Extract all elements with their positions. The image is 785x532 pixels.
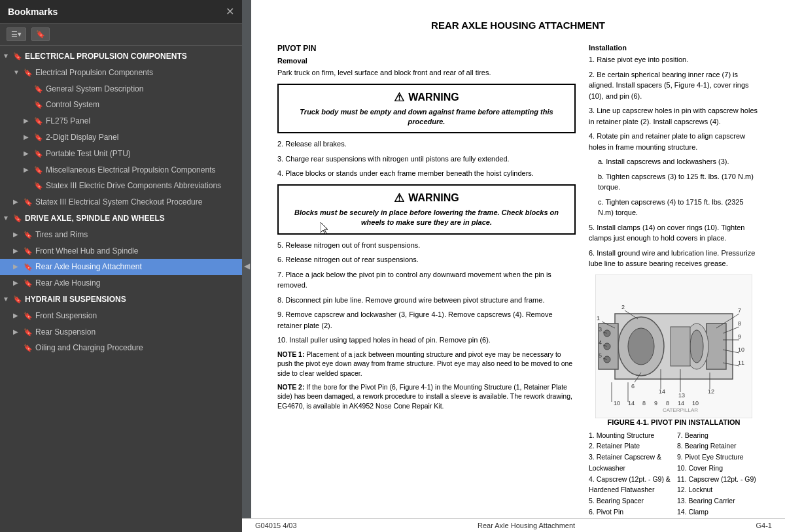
sidebar-item-rear-axle-housing[interactable]: ▶🔖Rear Axle Housing <box>0 275 242 291</box>
sidebar-item-label: Rear Suspension <box>35 327 237 338</box>
removal-step-3: 3. Charge rear suspensions with nitrogen… <box>277 154 576 165</box>
parts-list-item: 5. Bearing Spacer <box>589 495 671 507</box>
bookmark-icon: 🔖 <box>24 262 33 272</box>
parts-list-item: 6. Pivot Pin <box>589 507 671 518</box>
expand-arrow-icon: ▶ <box>24 149 33 158</box>
bookmark-icon: 🔖 <box>34 100 43 110</box>
pivot-pin-diagram: 1 2 3 4 5 6 <box>595 274 752 418</box>
expand-arrow-icon: ▼ <box>3 52 12 61</box>
sidebar-item-elec-propulsion-components[interactable]: ▼🔖Electrical Propulsion Components <box>0 65 242 81</box>
doc-body: PIVOT PIN Removal Park truck on firm, le… <box>277 44 759 518</box>
doc-title: REAR AXLE HOUSING ATTACHMENT <box>277 20 759 31</box>
parts-list: 1. Mounting Structure2. Retainer Plate3.… <box>589 430 759 518</box>
removal-step-10: 10. Install puller using tapped holes in… <box>277 335 576 346</box>
parts-list-item: 10. Cover Ring <box>677 463 759 474</box>
install-step-2: 2. Be certain spherical bearing inner ra… <box>589 69 759 102</box>
svg-text:10: 10 <box>738 346 744 353</box>
expand-arrow-icon: ▶ <box>13 230 22 239</box>
main-content: REAR AXLE HOUSING ATTACHMENT PIVOT PIN R… <box>251 0 785 532</box>
close-icon[interactable]: ✕ <box>226 5 234 18</box>
svg-rect-11 <box>671 327 690 366</box>
sidebar-item-label: Front Suspension <box>35 310 237 322</box>
svg-text:12: 12 <box>708 388 714 395</box>
sidebar-item-fl275-panel[interactable]: ▶🔖FL275 Panel <box>0 113 242 129</box>
sidebar-item-front-wheel-hub[interactable]: ▶🔖Front Wheel Hub and Spindle <box>0 243 242 259</box>
sidebar-item-drive-axle[interactable]: ▼🔖DRIVE AXLE, SPINDLE AND WHEELS <box>0 210 242 227</box>
sidebar-menu-button[interactable]: ☰▾ <box>7 27 26 41</box>
sidebar-item-front-suspension[interactable]: ▶🔖Front Suspension <box>0 308 242 324</box>
sidebar-item-misc-electrical[interactable]: ▶🔖Miscellaneous Electrical Propulsion Co… <box>0 162 242 178</box>
sidebar-item-rear-axle-attachment[interactable]: ▶🔖Rear Axle Housing Attachment <box>0 259 242 275</box>
sidebar-item-2digit-display[interactable]: ▶🔖2-Digit Display Panel <box>0 129 242 146</box>
svg-text:7: 7 <box>738 307 741 314</box>
removal-step-4: 4. Place blocks or stands under each fra… <box>277 168 576 179</box>
sidebar-item-general-system-desc[interactable]: 🔖General System Description <box>0 81 242 97</box>
sidebar-item-oiling-charging[interactable]: 🔖Oiling and Charging Procedure <box>0 340 242 356</box>
bookmark-icon: 🔖 <box>34 84 43 94</box>
sidebar-item-tires-rims[interactable]: ▶🔖Tires and Rims <box>0 227 242 243</box>
bookmark-icon: 🔖 <box>34 116 43 126</box>
sidebar-item-control-system[interactable]: 🔖Control System <box>0 97 242 113</box>
expand-arrow-icon: ▼ <box>3 214 12 223</box>
svg-text:1: 1 <box>597 315 600 322</box>
warning-triangle-2-icon: ⚠ <box>394 191 404 205</box>
sidebar-item-label: Rear Axle Housing Attachment <box>35 261 237 273</box>
installation-label: Installation <box>589 44 759 52</box>
sidebar-item-hydrair-suspensions[interactable]: ▼🔖HYDRAIR II SUSPENSIONS <box>0 291 242 308</box>
parts-list-item: 8. Bearing Retainer <box>677 441 759 452</box>
svg-text:13: 13 <box>678 392 685 399</box>
removal-label: Removal <box>277 57 576 65</box>
sidebar-tree[interactable]: ▼🔖ELECTRICAL PROPULSION COMPONENTS▼🔖Elec… <box>0 46 242 532</box>
sidebar-bookmark-button[interactable]: 🔖 <box>31 27 50 41</box>
bookmark-icon: 🔖 <box>34 133 43 142</box>
collapse-arrow-icon: ◀ <box>244 261 250 271</box>
doc-footer: G04015 4/03 Rear Axle Housing Attachment… <box>242 518 785 532</box>
sidebar-item-label: 2-Digit Display Panel <box>46 132 237 143</box>
sidebar-item-electrical[interactable]: ▼🔖ELECTRICAL PROPULSION COMPONENTS <box>0 48 242 65</box>
bookmark-icon: 🔖 <box>24 197 33 207</box>
warning-box-1: ⚠ WARNING Truck body must be empty and d… <box>277 84 576 134</box>
sidebar-item-label: Front Wheel Hub and Spindle <box>35 246 237 257</box>
sidebar-collapse-handle[interactable]: ◀ <box>242 0 251 532</box>
bookmark-icon: 🔖 <box>13 295 22 305</box>
sidebar-item-statex-checkout[interactable]: ▶🔖Statex III Electrical System Checkout … <box>0 194 242 210</box>
sidebar-item-statex-abbreviations[interactable]: 🔖Statex III Electric Drive Components Ab… <box>0 178 242 194</box>
install-step-5: 5. Install clamps (14) on cover rings (1… <box>589 222 759 244</box>
svg-text:5: 5 <box>599 352 602 359</box>
install-step-4: 4. Rotate pin and retainer plate to alig… <box>589 131 759 152</box>
svg-point-3 <box>628 328 654 365</box>
bookmark-icon: 🔖 <box>24 246 33 256</box>
svg-text:11: 11 <box>738 359 744 366</box>
parts-list-item: 7. Bearing <box>677 430 759 441</box>
sidebar-title: Bookmarks <box>8 7 58 17</box>
warning-text-2: Blocks must be securely in place before … <box>285 208 568 228</box>
svg-rect-8 <box>706 324 726 369</box>
expand-arrow-icon: ▶ <box>24 116 33 125</box>
svg-text:9: 9 <box>654 400 657 407</box>
parts-list-item: 9. Pivot Eye Structure <box>677 452 759 463</box>
svg-text:14: 14 <box>659 388 665 395</box>
footer-center: Rear Axle Housing Attachment <box>478 522 575 529</box>
sidebar-header: Bookmarks ✕ <box>0 0 242 24</box>
warning-box-2: ⚠ WARNING Blocks must be securely in pla… <box>277 184 576 235</box>
note-2: NOTE 2: If the bore for the Pivot Pin (6… <box>277 382 576 411</box>
doc-left-column: PIVOT PIN Removal Park truck on firm, le… <box>277 44 576 518</box>
bookmark-icon: 🔖 <box>24 343 33 353</box>
svg-text:3: 3 <box>599 326 602 333</box>
expand-arrow-icon: ▼ <box>13 68 22 77</box>
sidebar-item-portable-test-unit[interactable]: ▶🔖Portable Test Unit (PTU) <box>0 146 242 162</box>
install-step-1: 1. Raise pivot eye into position. <box>589 54 759 65</box>
parts-list-item: 3. Retainer Capscrew & Lockwasher <box>589 452 671 474</box>
install-sub-c: c. Tighten capscrews (4) to 1715 ft. lbs… <box>598 197 759 218</box>
sidebar-item-label: Electrical Propulsion Components <box>35 67 237 78</box>
svg-text:14: 14 <box>628 400 635 407</box>
sidebar-item-label: HYDRAIR II SUSPENSIONS <box>25 294 237 305</box>
footer-right: G4-1 <box>756 522 772 529</box>
sidebar-item-rear-suspension[interactable]: ▶🔖Rear Suspension <box>0 324 242 341</box>
bookmark-icon: 🔖 <box>34 181 43 191</box>
removal-step-7: 7. Place a jack below the pivot pin to c… <box>277 269 576 291</box>
sidebar-item-label: Rear Axle Housing <box>35 278 237 289</box>
bookmark-icon: 🔖 <box>13 52 22 61</box>
bookmark-icon: 🔖 <box>34 149 43 159</box>
removal-step-2: 2. Release all brakes. <box>277 139 576 150</box>
